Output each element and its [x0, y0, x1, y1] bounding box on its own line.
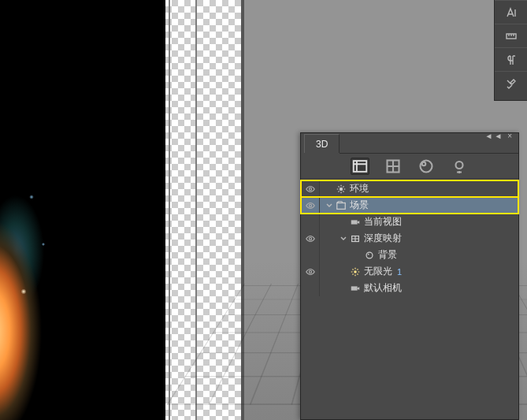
tree-item-label: 场景 [348, 199, 369, 212]
filter-scene-icon[interactable] [351, 158, 369, 175]
twisty-open-icon[interactable] [325, 202, 334, 210]
visibility-toggle[interactable] [301, 263, 320, 280]
svg-point-16 [368, 253, 369, 255]
svg-point-8 [309, 204, 311, 206]
twisty-open-icon[interactable] [339, 235, 348, 243]
tree-row-场景[interactable]: 场景 [301, 197, 518, 214]
mesh-icon [348, 233, 362, 244]
tree-row-无限光[interactable]: 无限光1 [301, 263, 518, 280]
svg-point-10 [309, 221, 311, 223]
tree-item-label: 背景 [377, 248, 397, 262]
svg-rect-1 [354, 161, 367, 172]
svg-rect-11 [351, 220, 358, 224]
tree-row-当前视图[interactable]: 当前视图 [301, 214, 518, 230]
visibility-toggle[interactable] [301, 230, 320, 247]
svg-point-7 [340, 187, 343, 190]
character-panel-button[interactable] [495, 0, 527, 24]
visibility-toggle[interactable] [301, 280, 320, 296]
right-tool-strip [494, 0, 527, 101]
filter-mesh-icon[interactable] [384, 158, 403, 175]
tree-item-label: 环境 [348, 182, 369, 195]
tree-item-label: 当前视图 [362, 215, 402, 229]
visibility-toggle[interactable] [301, 197, 320, 214]
camera-icon [348, 283, 362, 294]
tree-row-背景[interactable]: 背景 [301, 247, 518, 263]
light-icon [348, 266, 362, 277]
tree-item-label: 默认相机 [362, 281, 402, 295]
svg-point-12 [309, 237, 311, 240]
filter-light-icon[interactable] [450, 158, 469, 175]
filter-material-icon[interactable] [417, 158, 436, 175]
tree-row-深度映射[interactable]: 深度映射 [301, 230, 518, 247]
svg-rect-9 [337, 203, 346, 209]
svg-rect-20 [351, 286, 358, 290]
svg-point-14 [309, 254, 311, 256]
tab-3d[interactable]: 3D [304, 134, 340, 153]
tree-item-label: 无限光 [362, 265, 392, 278]
svg-point-4 [422, 162, 426, 165]
visibility-toggle[interactable] [301, 247, 320, 263]
env-icon [334, 184, 348, 195]
3d-panel: ◄◄ × 3D 环境场景当前视图深度映射背景无限光1默认相机 [300, 132, 519, 420]
material-icon [362, 250, 377, 261]
svg-point-6 [309, 188, 311, 190]
camera-icon [348, 217, 362, 228]
svg-point-5 [456, 162, 463, 169]
tree-row-环境[interactable]: 环境 [301, 180, 518, 197]
scene-icon [334, 200, 348, 211]
visibility-toggle[interactable] [301, 214, 320, 230]
panel-collapse-close[interactable]: ◄◄ × [485, 132, 514, 140]
tools-icon[interactable] [495, 71, 527, 95]
paragraph-panel-button[interactable] [495, 47, 527, 71]
ruler-guide [169, 0, 170, 420]
svg-point-17 [309, 270, 311, 273]
svg-point-18 [354, 270, 357, 273]
count-badge: 1 [397, 267, 402, 277]
tree-item-label: 深度映射 [362, 232, 402, 245]
nebula-image [0, 173, 63, 420]
3d-scene-tree: 环境场景当前视图深度映射背景无限光1默认相机 [301, 179, 518, 298]
tree-row-默认相机[interactable]: 默认相机 [301, 280, 518, 296]
visibility-toggle[interactable] [301, 180, 320, 197]
3d-filter-bar [301, 154, 518, 179]
svg-point-19 [309, 287, 311, 289]
svg-point-15 [366, 252, 373, 258]
ruler-icon[interactable] [495, 24, 527, 47]
